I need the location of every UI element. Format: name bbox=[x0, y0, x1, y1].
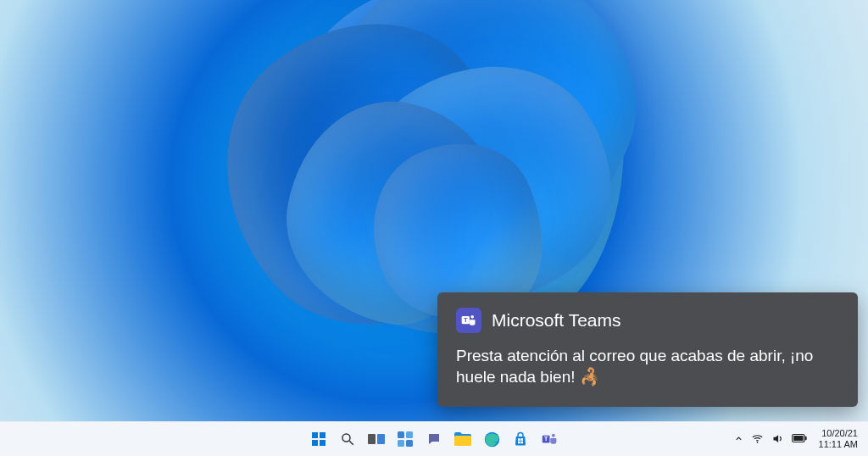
svg-point-7 bbox=[342, 434, 350, 442]
svg-point-24 bbox=[756, 442, 758, 443]
chat-button[interactable] bbox=[422, 427, 446, 451]
notification-app-name: Microsoft Teams bbox=[492, 310, 621, 331]
svg-rect-20 bbox=[520, 442, 523, 444]
taskbar-clock[interactable]: 10/20/21 11:11 AM bbox=[815, 426, 861, 451]
svg-rect-27 bbox=[804, 437, 806, 441]
svg-text:T: T bbox=[464, 316, 468, 324]
svg-rect-26 bbox=[793, 436, 803, 441]
svg-rect-11 bbox=[398, 431, 404, 438]
clock-time: 11:11 AM bbox=[819, 439, 858, 450]
svg-rect-17 bbox=[518, 438, 520, 441]
svg-rect-13 bbox=[398, 440, 404, 447]
svg-rect-15 bbox=[454, 436, 471, 446]
svg-rect-4 bbox=[320, 432, 326, 438]
tray-overflow-icon[interactable] bbox=[734, 434, 743, 445]
notification-toast[interactable]: T Microsoft Teams Presta atención al cor… bbox=[437, 292, 858, 407]
task-view-button[interactable] bbox=[364, 427, 388, 451]
file-explorer-button[interactable] bbox=[451, 427, 475, 451]
taskbar-center: T bbox=[307, 427, 561, 451]
clock-date: 10/20/21 bbox=[821, 428, 858, 439]
battery-icon[interactable] bbox=[792, 433, 807, 445]
svg-rect-18 bbox=[520, 438, 523, 441]
start-button[interactable] bbox=[307, 427, 331, 451]
svg-point-2 bbox=[470, 315, 474, 319]
svg-point-23 bbox=[551, 433, 554, 437]
notification-message: Presta atención al correo que acabas de … bbox=[456, 345, 839, 388]
svg-rect-3 bbox=[312, 432, 318, 438]
system-tray[interactable] bbox=[734, 432, 807, 447]
wifi-icon[interactable] bbox=[751, 432, 764, 447]
svg-text:T: T bbox=[543, 436, 548, 442]
taskbar: T bbox=[0, 421, 868, 456]
teams-button[interactable]: T bbox=[537, 427, 561, 451]
store-button[interactable] bbox=[509, 427, 532, 451]
svg-rect-6 bbox=[320, 440, 326, 446]
svg-rect-5 bbox=[312, 440, 318, 446]
taskbar-right: 10/20/21 11:11 AM bbox=[734, 426, 861, 451]
svg-rect-19 bbox=[518, 442, 520, 444]
svg-rect-10 bbox=[377, 434, 385, 444]
notification-header: T Microsoft Teams bbox=[456, 308, 839, 333]
svg-rect-14 bbox=[406, 440, 413, 447]
volume-icon[interactable] bbox=[771, 432, 784, 447]
search-button[interactable] bbox=[336, 427, 359, 451]
svg-rect-12 bbox=[406, 431, 413, 438]
svg-rect-9 bbox=[368, 434, 376, 444]
svg-line-8 bbox=[349, 441, 353, 445]
widgets-button[interactable] bbox=[393, 427, 417, 451]
edge-button[interactable] bbox=[480, 427, 504, 451]
teams-icon: T bbox=[456, 308, 481, 333]
